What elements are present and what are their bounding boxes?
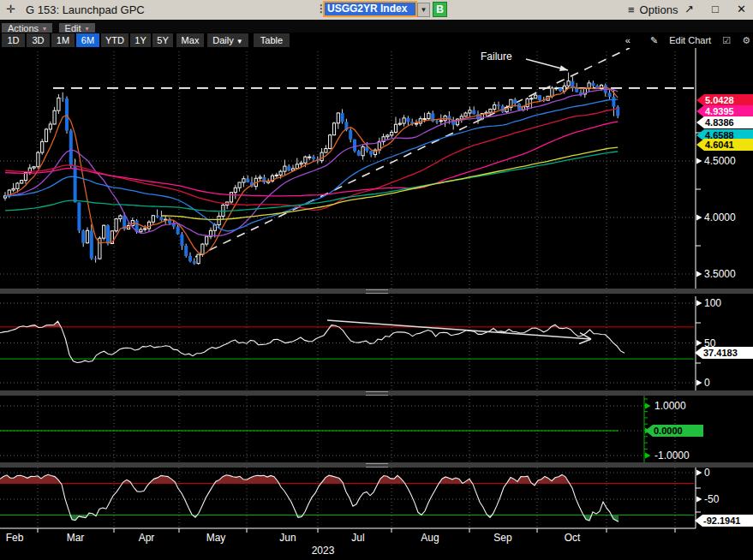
range-1m[interactable]: 1M <box>51 33 75 47</box>
period-label: Daily <box>212 35 233 45</box>
panel-divider[interactable] <box>0 462 753 468</box>
caret-down-icon: ▾ <box>43 25 46 33</box>
security-dropdown-icon[interactable]: ▼ <box>417 3 430 17</box>
edit-chart-button[interactable]: ✎ Edit Chart <box>642 35 711 45</box>
options-menu[interactable]: ≡Options <box>628 3 678 16</box>
corr-axis-label: 1.0000 <box>654 400 686 412</box>
chart-toolbar: 1D3D1M6MYTD1Y5YMaxDaily ▼Table « ✎ Edit … <box>0 33 753 48</box>
range-3d[interactable]: 3D <box>27 33 50 47</box>
period-select[interactable]: Daily ▼ <box>207 33 248 47</box>
rsi-axis-label: 100 <box>704 297 721 309</box>
annotate-icon[interactable]: ☑ <box>722 35 731 45</box>
launchpad-chart-window: ✛ G 153: Launchpad GPC ⋮ USGG2YR Index ▼… <box>0 0 753 560</box>
popout-icon[interactable]: ↗ <box>684 3 694 15</box>
month-label: Jun <box>279 532 296 544</box>
month-label: Apr <box>139 532 155 544</box>
panel-divider[interactable] <box>0 390 753 396</box>
price-tag: 5.0428 <box>696 94 753 106</box>
y-axis-label: 4.0000 <box>704 211 736 223</box>
settings-gear-icon[interactable]: ⚙ <box>742 35 750 45</box>
security-input[interactable]: USGG2YR Index <box>323 1 417 17</box>
price-tag: 4.6041 <box>696 139 753 151</box>
price-tag: 0.0000 <box>645 425 703 437</box>
range-5y[interactable]: 5Y <box>152 33 173 47</box>
chart-plot <box>0 48 753 560</box>
range-6m[interactable]: 6M <box>76 33 99 47</box>
b-button[interactable]: B <box>433 2 447 17</box>
month-label: Sep <box>493 532 511 544</box>
table-button[interactable]: Table <box>254 33 290 47</box>
month-label: Aug <box>421 532 439 544</box>
menu-bar: Actions▾ Edit▾ <box>0 20 753 33</box>
pencil-icon: ✎ <box>650 35 658 45</box>
price-tag: 4.8386 <box>696 116 753 128</box>
month-label: Jul <box>351 532 364 544</box>
price-tag: 4.9395 <box>696 105 753 117</box>
caret-down-icon: ▼ <box>236 38 243 45</box>
divider-grip-icon <box>366 391 388 396</box>
wpr-axis-label: -50 <box>704 493 719 505</box>
close-icon[interactable]: ✕ <box>737 3 746 15</box>
hamburger-icon: ≡ <box>628 3 635 16</box>
price-tag: -92.1941 <box>695 515 753 527</box>
options-label: Options <box>640 3 678 16</box>
panel-divider[interactable] <box>0 289 753 294</box>
window-title: G 153: Launchpad GPC <box>26 3 145 16</box>
chart-canvas[interactable]: 4.50004.00003.50005.04284.93954.83864.65… <box>0 48 753 560</box>
wpr-axis-label: 0 <box>704 467 710 479</box>
failure-annotation: Failure <box>481 51 512 63</box>
divider-grip-icon <box>366 463 388 468</box>
price-tag: 37.4183 <box>695 347 753 359</box>
range-1y[interactable]: 1Y <box>130 33 151 47</box>
caret-down-icon: ▾ <box>86 25 89 33</box>
month-label: Mar <box>67 532 85 544</box>
month-label: Oct <box>565 532 581 544</box>
maximize-icon[interactable]: □ <box>712 3 719 15</box>
move-window-icon[interactable]: ✛ <box>6 3 15 15</box>
month-label: May <box>206 532 226 544</box>
rsi-axis-label: 0 <box>704 377 710 389</box>
title-bar[interactable]: ✛ G 153: Launchpad GPC ⋮ USGG2YR Index ▼… <box>0 0 753 20</box>
y-axis-label: 4.5000 <box>704 155 736 167</box>
range-max[interactable]: Max <box>176 33 204 47</box>
y-axis-label: 3.5000 <box>704 268 736 280</box>
collapse-icon[interactable]: « <box>625 35 630 45</box>
corr-axis-label: -1.0000 <box>654 450 690 462</box>
month-label: Feb <box>6 532 24 544</box>
year-label: 2023 <box>312 545 335 557</box>
range-ytd[interactable]: YTD <box>101 33 128 47</box>
edit-chart-label: Edit Chart <box>669 35 711 45</box>
range-1d[interactable]: 1D <box>2 33 25 47</box>
divider-grip-icon <box>366 289 388 294</box>
